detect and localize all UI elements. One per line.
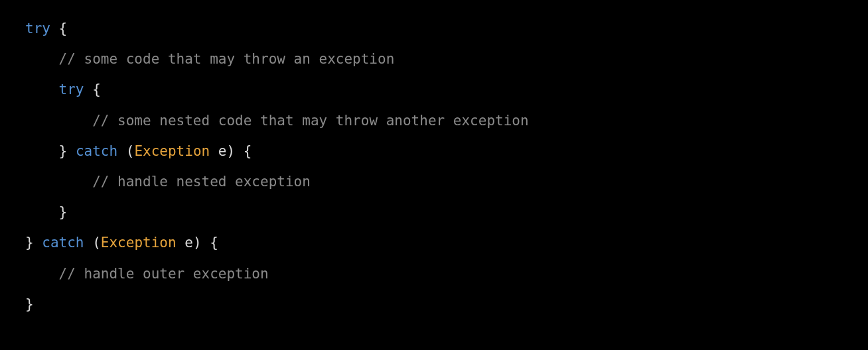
comment-inner-catch: // handle nested exception	[92, 174, 311, 190]
brace-close-outer-catch: }	[25, 296, 34, 312]
indent	[25, 266, 59, 282]
brace-close-outer-try: }	[25, 235, 42, 251]
paren-brace-outer: ) {	[193, 235, 218, 251]
paren-brace-inner: ) {	[226, 143, 252, 159]
comment-inner-try: // some nested code that may throw anoth…	[92, 113, 528, 129]
indent	[25, 82, 59, 97]
indent	[25, 51, 59, 67]
indent	[25, 113, 92, 129]
keyword-catch-inner: catch	[76, 143, 117, 159]
brace-open-outer: {	[50, 21, 67, 36]
var-e-inner: e	[210, 143, 226, 159]
brace-close-inner-try: }	[59, 143, 76, 159]
keyword-try-inner: try	[59, 82, 84, 97]
keyword-catch-outer: catch	[42, 235, 84, 251]
brace-open-inner: {	[84, 82, 101, 97]
paren-open-outer: (	[84, 235, 101, 251]
code-block: try { // some code that may throw an exc…	[25, 13, 868, 320]
paren-open-inner: (	[117, 143, 134, 159]
indent	[25, 174, 92, 190]
indent	[25, 204, 59, 220]
brace-close-inner-catch: }	[59, 204, 68, 220]
keyword-try-outer: try	[25, 21, 50, 36]
type-exception-outer: Exception	[101, 235, 177, 251]
var-e-outer: e	[177, 235, 193, 251]
indent	[25, 143, 59, 159]
type-exception-inner: Exception	[134, 143, 210, 159]
comment-outer-try: // some code that may throw an exception	[59, 51, 395, 67]
comment-outer-catch: // handle outer exception	[59, 266, 269, 282]
